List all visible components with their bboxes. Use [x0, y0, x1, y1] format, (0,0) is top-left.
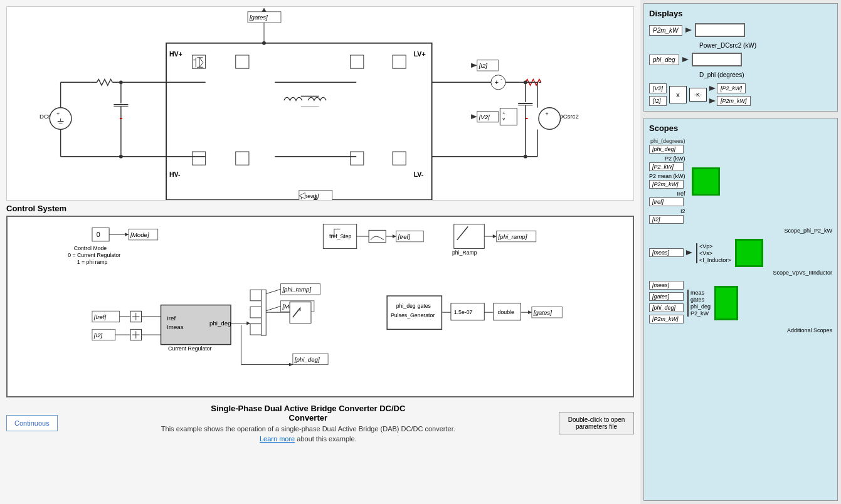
display-label-2: D_phi (degrees): [699, 71, 832, 78]
sim-title: Single-Phase Dual Active Bridge Converte…: [70, 404, 546, 423]
svg-point-49: [539, 108, 561, 130]
svg-text:+: +: [56, 111, 60, 117]
svg-text:HV-: HV-: [169, 171, 181, 178]
svg-rect-27: [192, 55, 205, 68]
svg-rect-35: [236, 152, 249, 165]
svg-rect-84: [92, 228, 109, 241]
scope1-block[interactable]: [692, 167, 720, 196]
svg-text:[gates]: [gates]: [249, 14, 268, 21]
gain-block: -K-: [689, 88, 707, 102]
svg-marker-151: [528, 310, 532, 314]
scope1-sig-5: [I2]: [649, 215, 684, 224]
svg-point-80: [262, 41, 266, 45]
svg-rect-129: [250, 307, 261, 317]
svg-marker-163: [686, 250, 692, 255]
scope2-row-1: [meas]: [649, 248, 692, 257]
svg-point-79: [119, 155, 123, 159]
scope3-sig-1: [meas]: [649, 281, 684, 290]
svg-marker-127: [246, 322, 250, 325]
displays-title: Displays: [649, 9, 832, 18]
continuous-button[interactable]: Continuous: [6, 415, 58, 431]
bottom-section: Continuous Single-Phase Dual Active Brid…: [6, 401, 634, 446]
svg-marker-98: [393, 234, 396, 238]
scope3-block[interactable]: [714, 286, 738, 320]
svg-rect-38: [351, 55, 364, 68]
svg-text:0: 0: [97, 231, 100, 238]
scope1-sig-1: [phi_deg]: [649, 145, 684, 154]
scope3-sig-4: [P2m_kW]: [649, 315, 684, 323]
scope1-row-1: [phi_deg]: [649, 145, 688, 154]
svg-marker-47: [471, 114, 477, 119]
display-signal-2: phi_deg: [649, 55, 679, 65]
svg-text:LV+: LV+: [414, 50, 426, 58]
svg-text:[I2]: [I2]: [93, 332, 103, 339]
displays-panel: Displays P2m_kW Power_DCsrc2 (kW) phi_de…: [643, 3, 838, 112]
svg-text:v: v: [502, 116, 505, 122]
schematic-area: [gates] HV+ HV- LV+ LV- DCsrc1 +: [6, 6, 634, 201]
svg-text:double: double: [498, 309, 514, 315]
svg-rect-34: [192, 152, 205, 165]
svg-text:gates: gates: [418, 303, 431, 309]
svg-text:HV+: HV+: [169, 50, 182, 58]
i2-signal: [I2]: [649, 96, 667, 106]
scope3-sig-2: [gates]: [649, 292, 684, 301]
svg-rect-41: [393, 152, 406, 165]
svg-text:[phi_ramp]: [phi_ramp]: [282, 286, 311, 293]
svg-text:[I2]: [I2]: [479, 62, 488, 69]
scope1-row-4: [Iref]: [649, 197, 688, 206]
scope2-sig-1: [meas]: [649, 248, 684, 257]
params-button[interactable]: Double-click to open parameters file: [559, 412, 634, 434]
scope2-block[interactable]: [735, 239, 763, 267]
svg-rect-39: [393, 55, 406, 68]
svg-rect-139: [290, 302, 311, 323]
scope2-name: Scope_VpVs_IIInductor: [649, 270, 832, 276]
scope3-container: [meas] [gates] [phi_deg] [P2m_kW] meas g…: [649, 281, 832, 325]
svg-text:LV-: LV-: [414, 171, 424, 178]
svg-text:+: +: [495, 78, 499, 86]
scope1-row-5: [I2]: [649, 215, 688, 224]
calc-row: [V2] [I2] x -K- [P2_kW] [P2m_kW]: [649, 83, 832, 106]
svg-text:+: +: [546, 111, 549, 117]
scopes-title: Scopes: [649, 123, 832, 133]
svg-text:[V2]: [V2]: [479, 113, 490, 120]
svg-text:Imeas: Imeas: [167, 323, 184, 330]
right-panel: Displays P2m_kW Power_DCsrc2 (kW) phi_de…: [640, 0, 841, 504]
svg-text:phi_deg: phi_deg: [209, 320, 231, 327]
scope3-row-2: [gates]: [649, 292, 684, 301]
svg-marker-158: [289, 363, 293, 367]
scope3-sig-3: [phi_deg]: [649, 303, 684, 312]
v2-signal: [V2]: [649, 83, 667, 93]
svg-rect-33: [236, 55, 249, 68]
scope1-container: phi_(degrees) [phi_deg] P2 (kW) [P2_kW] …: [649, 138, 832, 225]
scope3-row-3: [phi_deg]: [649, 303, 684, 312]
scope1-sig-4: [Iref]: [649, 197, 684, 206]
sim-description: This example shows the operation of a si…: [70, 425, 546, 433]
control-system-area: 0 [Mode] Control Mode 0 = Current Regula…: [6, 216, 634, 397]
learn-more-link[interactable]: Learn more: [260, 435, 295, 443]
p2mkw-signal: [P2m_kW]: [717, 96, 751, 106]
svg-rect-130: [250, 324, 261, 335]
svg-text:+: +: [502, 110, 505, 116]
svg-text:Iref_Step: Iref_Step: [329, 233, 352, 239]
svg-rect-101: [454, 224, 484, 249]
scope3-row-1: [meas]: [649, 281, 684, 290]
scope2-container: [meas] <Vp> <Vs> <I_Inductor>: [649, 239, 832, 267]
svg-point-82: [524, 80, 527, 84]
scope1-name: Scope_phi_P2_kW: [649, 228, 832, 234]
svg-text:[Iref]: [Iref]: [93, 313, 107, 320]
svg-text:Pulses_Generator: Pulses_Generator: [391, 312, 435, 318]
svg-text:Control Mode: Control Mode: [74, 245, 107, 251]
display-label-1: Power_DCsrc2 (kW): [699, 42, 832, 49]
svg-marker-160: [682, 57, 689, 62]
p2kw-signal: [P2_kW]: [717, 83, 746, 93]
scope3-row-4: [P2m_kW]: [649, 315, 684, 323]
svg-point-78: [119, 80, 123, 84]
svg-marker-159: [685, 28, 692, 33]
svg-marker-162: [709, 98, 716, 103]
svg-text:phi_deg: phi_deg: [396, 303, 416, 309]
svg-text:[Mode]: [Mode]: [130, 231, 149, 238]
main-canvas: [gates] HV+ HV- LV+ LV- DCsrc1 +: [0, 0, 640, 504]
svg-rect-128: [250, 290, 261, 300]
svg-text:1 = phi ramp: 1 = phi ramp: [77, 259, 108, 265]
scope1-sig-2: [P2_kW]: [649, 162, 684, 171]
